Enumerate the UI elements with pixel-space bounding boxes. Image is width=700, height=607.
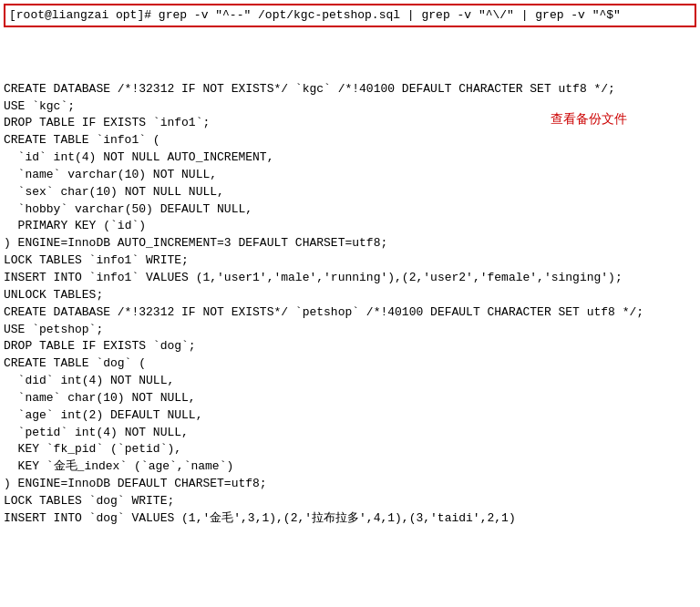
code-line: `id` int(4) NOT NULL AUTO_INCREMENT, — [4, 149, 696, 167]
output-area: 查看备份文件 CREATE DATABASE /*!32312 IF NOT E… — [0, 27, 700, 563]
code-line: UNLOCK TABLES; — [4, 287, 696, 304]
code-line: LOCK TABLES `dog` WRITE; — [4, 493, 696, 510]
code-line: ) ENGINE=InnoDB AUTO_INCREMENT=3 DEFAULT… — [4, 235, 696, 252]
command-text: [root@liangzai opt]# grep -v "^--" /opt/… — [9, 8, 621, 22]
code-line: CREATE TABLE `dog` ( — [4, 355, 696, 373]
terminal-window: [root@liangzai opt]# grep -v "^--" /opt/… — [0, 0, 700, 607]
annotation-label: 查看备份文件 — [551, 109, 627, 128]
code-line: KEY `fk_pid` (`petid`), — [4, 441, 696, 458]
code-line: ) ENGINE=InnoDB DEFAULT CHARSET=utf8; — [4, 476, 696, 493]
command-line: [root@liangzai opt]# grep -v "^--" /opt/… — [4, 4, 696, 27]
code-line: INSERT INTO `dog` VALUES (1,'金毛',3,1),(2… — [4, 510, 696, 528]
code-line: CREATE DATABASE /*!32312 IF NOT EXISTS*/… — [4, 81, 696, 98]
code-line: LOCK TABLES `info1` WRITE; — [4, 252, 696, 270]
code-line: INSERT INTO `info1` VALUES (1,'user1','m… — [4, 270, 696, 287]
code-line: `age` int(2) DEFAULT NULL, — [4, 407, 696, 425]
code-line: KEY `金毛_index` (`age`,`name`) — [4, 458, 696, 476]
code-line: CREATE TABLE `info1` ( — [4, 132, 696, 149]
code-line: `name` varchar(10) NOT NULL, — [4, 167, 696, 184]
code-line: `did` int(4) NOT NULL, — [4, 373, 696, 390]
code-line: DROP TABLE IF EXISTS `dog`; — [4, 338, 696, 355]
code-line: PRIMARY KEY (`id`) — [4, 218, 696, 235]
code-line: `petid` int(4) NOT NULL, — [4, 425, 696, 442]
code-line: `sex` char(10) NOT NULL NULL, — [4, 184, 696, 201]
code-line: USE `petshop`; — [4, 322, 696, 339]
code-output: CREATE DATABASE /*!32312 IF NOT EXISTS*/… — [4, 81, 696, 528]
code-line: CREATE DATABASE /*!32312 IF NOT EXISTS*/… — [4, 304, 696, 322]
code-line: `hobby` varchar(50) DEFAULT NULL, — [4, 201, 696, 219]
code-line: `name` char(10) NOT NULL, — [4, 390, 696, 407]
